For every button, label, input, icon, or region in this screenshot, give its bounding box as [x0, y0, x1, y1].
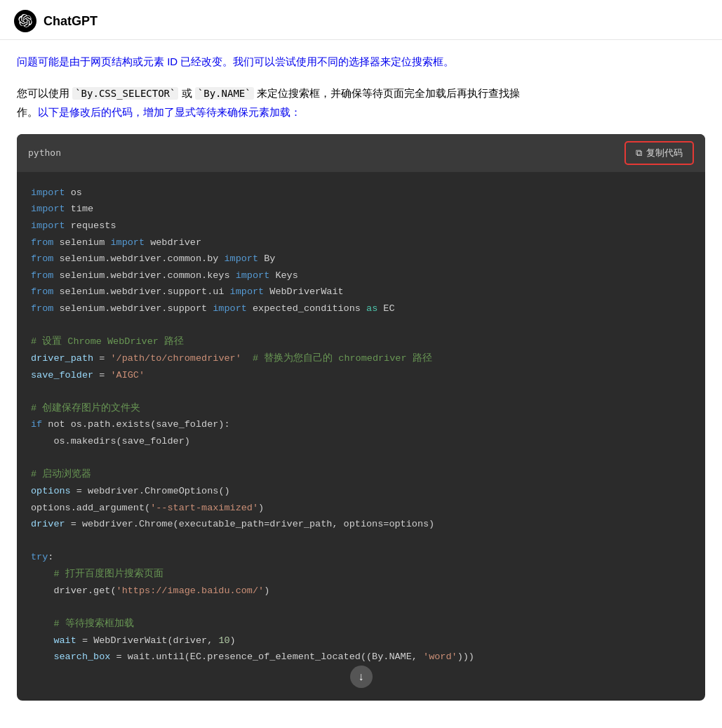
header-title: ChatGPT: [44, 14, 98, 29]
page-wrapper: ChatGPT 问题可能是由于网页结构或元素 ID 已经改变。我们可以尝试使用不…: [0, 0, 722, 717]
code-block-header: python ⧉ 复制代码: [17, 134, 705, 172]
copy-button-label: 复制代码: [646, 147, 683, 159]
copy-code-button[interactable]: ⧉ 复制代码: [624, 141, 694, 165]
scroll-down-button[interactable]: ↓: [350, 666, 373, 688]
code-content: import os import time import requests fr…: [31, 185, 691, 666]
scroll-down-icon: ↓: [359, 670, 364, 683]
code-block-body: import os import time import requests fr…: [17, 172, 705, 680]
chatgpt-logo: [14, 10, 36, 32]
intro-paragraph-2: 您可以使用 `By.CSS_SELECTOR` 或 `By.NAME` 来定位搜…: [17, 84, 705, 121]
code-inline-2: `By.NAME`: [195, 87, 254, 100]
code-inline-1: `By.CSS_SELECTOR`: [72, 87, 178, 100]
intro-paragraph-1: 问题可能是由于网页结构或元素 ID 已经改变。我们可以尝试使用不同的选择器来定位…: [17, 53, 705, 71]
code-block: python ⧉ 复制代码 import os import time impo…: [17, 134, 705, 701]
scroll-area: ↓: [17, 680, 705, 701]
content: 问题可能是由于网页结构或元素 ID 已经改变。我们可以尝试使用不同的选择器来定位…: [0, 40, 722, 717]
code-language: python: [28, 147, 61, 158]
header: ChatGPT: [0, 0, 722, 40]
copy-icon: ⧉: [636, 147, 642, 159]
